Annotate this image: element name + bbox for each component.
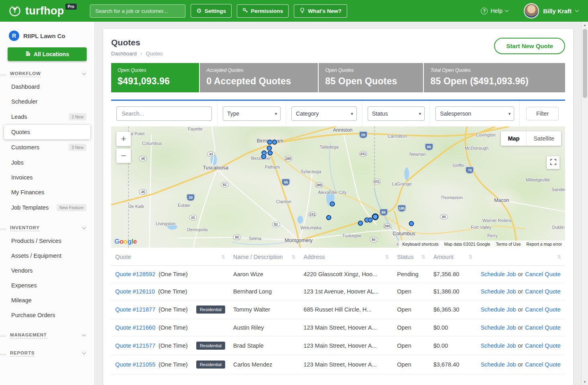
section-workflow[interactable]: Workflow <box>0 69 94 79</box>
company-switcher[interactable]: R RIIPL Lawn Co <box>0 28 94 43</box>
column-header-actions[interactable]: ⇅ <box>476 249 565 266</box>
quote-link[interactable]: Quote #128592 <box>115 271 155 277</box>
zoom-out-button[interactable]: − <box>116 149 131 163</box>
table-row[interactable]: Quote #121577 (One Time) Residential Bra… <box>111 336 565 355</box>
sidebar-item[interactable]: Dashboard <box>4 79 90 94</box>
map[interactable]: Fayette West Point Columbus Tuscaloosa B… <box>111 126 565 248</box>
map-marker[interactable] <box>372 213 379 220</box>
map-city-label: Livingston <box>156 221 176 226</box>
map-marker[interactable] <box>272 140 277 145</box>
table-row[interactable]: Quote #121877 (One Time) Residential Tom… <box>111 300 565 319</box>
salesperson-select[interactable]: Salesperson <box>435 106 514 121</box>
breadcrumb-dashboard-link[interactable]: Dashboard <box>111 51 137 57</box>
map-marker[interactable] <box>267 140 272 145</box>
map-marker[interactable] <box>267 145 272 151</box>
zoom-in-button[interactable]: + <box>116 132 131 146</box>
table-row[interactable]: Quote #121660 (One Time) Austin Riley 12… <box>111 319 565 336</box>
scrollbar-thumb[interactable] <box>583 29 587 98</box>
sidebar-item[interactable]: Assets / Equipment <box>4 249 90 263</box>
sidebar-item[interactable]: Leads 2 New <box>4 109 90 124</box>
table-row[interactable]: Quote #121055 (One Time) Residential Car… <box>111 355 565 374</box>
map-view-button[interactable]: Map <box>501 131 526 146</box>
quote-link[interactable]: Quote #121660 <box>115 324 155 331</box>
quote-link[interactable]: Quote #121055 <box>115 361 155 368</box>
sidebar-item[interactable]: Scheduler <box>4 94 90 109</box>
status-select[interactable]: Status <box>368 106 425 121</box>
map-marker[interactable] <box>358 220 363 226</box>
category-select[interactable]: Category <box>291 106 356 121</box>
map-marker[interactable] <box>326 215 331 220</box>
start-new-quote-button[interactable]: Start New Quote <box>494 38 565 54</box>
sort-icon[interactable]: ⇅ <box>421 254 425 260</box>
schedule-job-link[interactable]: Schedule Job <box>480 342 516 349</box>
column-header-quote[interactable]: Quote ⇅ <box>111 249 229 266</box>
map-marker[interactable] <box>367 218 372 223</box>
settings-button[interactable]: ⚙ Settings <box>191 4 232 18</box>
report-map-error-link[interactable]: Report a map error <box>526 242 562 246</box>
schedule-job-link[interactable]: Schedule Job <box>480 306 516 313</box>
cancel-quote-link[interactable]: Cancel Quote <box>525 306 561 313</box>
map-marker[interactable] <box>409 221 414 226</box>
sidebar-item[interactable]: Quotes <box>4 125 90 139</box>
quote-link[interactable]: Quote #126110 <box>115 288 155 295</box>
actions-cell: Schedule Job or Cancel Quote <box>476 355 565 374</box>
cancel-quote-link[interactable]: Cancel Quote <box>525 288 561 295</box>
type-select[interactable]: Type <box>223 106 281 121</box>
fullscreen-button[interactable] <box>547 156 560 169</box>
google-logo[interactable]: Google <box>114 238 137 246</box>
table-row[interactable]: Quote #128592 (One Time) Aaron Wize 4220… <box>111 266 565 283</box>
global-search-input[interactable] <box>90 4 185 18</box>
section-reports[interactable]: Reports <box>0 348 94 359</box>
scroll-down-button[interactable]: ▼ <box>582 379 588 385</box>
sidebar-item[interactable]: Vendors <box>4 263 90 278</box>
sort-icon[interactable]: ⇅ <box>291 254 295 260</box>
scroll-up-button[interactable]: ▲ <box>582 22 588 28</box>
map-city-label: Selma <box>249 236 261 241</box>
sidebar-item[interactable]: Jobs <box>4 155 90 170</box>
sidebar-item[interactable]: My Finances <box>4 185 90 200</box>
all-locations-button[interactable]: All Locations <box>8 47 87 61</box>
sort-icon[interactable]: ⇅ <box>468 254 472 260</box>
sort-icon[interactable]: ⇅ <box>557 254 561 260</box>
sidebar-item[interactable]: Customers 3 New <box>4 140 90 155</box>
quote-link[interactable]: Quote #121577 <box>115 342 155 349</box>
page-scrollbar[interactable]: ▲ ▼ <box>581 22 588 385</box>
schedule-job-link[interactable]: Schedule Job <box>480 288 516 295</box>
schedule-job-link[interactable]: Schedule Job <box>480 324 516 331</box>
quotes-search-input[interactable] <box>116 106 212 121</box>
keyboard-shortcuts-link[interactable]: Keyboard shortcuts <box>402 242 438 246</box>
brand-logo[interactable]: turfhop Pro <box>7 2 78 19</box>
terms-of-use-link[interactable]: Terms of Use <box>496 242 521 246</box>
sidebar-item[interactable]: Invoices <box>4 170 90 185</box>
user-menu[interactable]: Billy Kraft <box>524 3 578 18</box>
column-header-status[interactable]: Status ⇅ <box>393 249 429 266</box>
help-menu[interactable]: ? Help <box>481 8 508 14</box>
map-marker[interactable] <box>267 150 273 155</box>
cancel-quote-link[interactable]: Cancel Quote <box>525 361 561 368</box>
sort-icon[interactable]: ⇅ <box>221 254 225 260</box>
table-row[interactable]: Quote #126110 (One Time) Bernhard Long 1… <box>111 283 565 300</box>
sidebar-item[interactable]: Mileage <box>4 293 90 308</box>
column-header-name[interactable]: Name / Description ⇅ <box>229 249 299 266</box>
permissions-button[interactable]: Permissions <box>237 4 289 18</box>
satellite-view-button[interactable]: Satellite <box>526 131 561 146</box>
cancel-quote-link[interactable]: Cancel Quote <box>525 271 561 277</box>
filter-button[interactable]: Filter <box>526 107 559 120</box>
schedule-job-link[interactable]: Schedule Job <box>480 271 516 277</box>
sidebar-item[interactable]: Purchase Orders <box>4 308 90 322</box>
column-header-address[interactable]: Address ⇅ <box>299 249 393 266</box>
cancel-quote-link[interactable]: Cancel Quote <box>525 324 561 331</box>
map-marker[interactable] <box>330 202 335 207</box>
section-inventory[interactable]: Inventory <box>0 223 94 233</box>
section-management[interactable]: Management <box>0 330 94 340</box>
schedule-job-link[interactable]: Schedule Job <box>480 361 516 368</box>
sort-icon[interactable]: ⇅ <box>385 254 389 260</box>
column-header-amount[interactable]: Amount ⇅ <box>429 249 477 266</box>
map-marker[interactable] <box>261 154 267 159</box>
sidebar-item[interactable]: Job Templates New Feature <box>4 200 90 215</box>
sidebar-item[interactable]: Products / Services <box>4 234 90 248</box>
whats-new-button[interactable]: What's New? <box>294 4 347 18</box>
cancel-quote-link[interactable]: Cancel Quote <box>525 342 561 349</box>
quote-link[interactable]: Quote #121877 <box>115 306 155 313</box>
sidebar-item[interactable]: Expenses <box>4 278 90 293</box>
